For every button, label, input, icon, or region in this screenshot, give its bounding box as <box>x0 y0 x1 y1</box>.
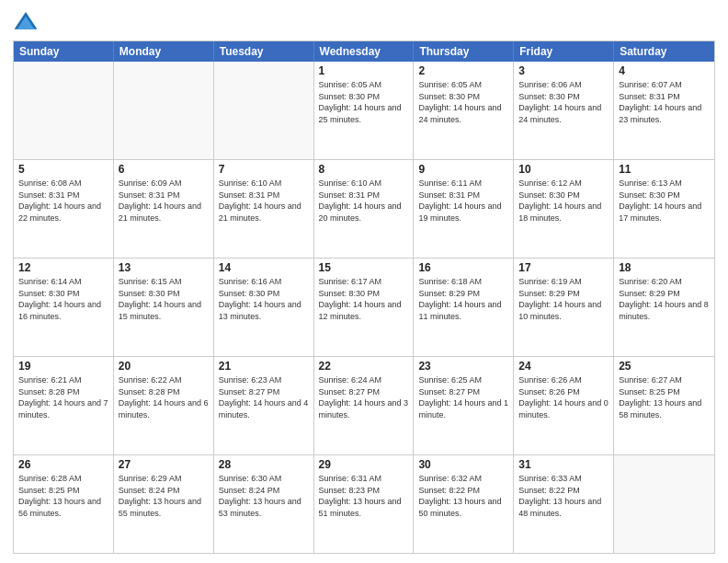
empty-cell <box>114 62 214 159</box>
cell-detail: Sunrise: 6:20 AM Sunset: 8:29 PM Dayligh… <box>619 276 710 322</box>
weekday-header: Tuesday <box>214 41 314 62</box>
weekday-header: Friday <box>514 41 614 62</box>
cell-detail: Sunrise: 6:31 AM Sunset: 8:23 PM Dayligh… <box>319 473 409 519</box>
day-number: 27 <box>119 458 209 471</box>
calendar-cell: 9Sunrise: 6:11 AM Sunset: 8:31 PM Daylig… <box>414 160 514 258</box>
calendar-cell: 11Sunrise: 6:13 AM Sunset: 8:30 PM Dayli… <box>614 160 714 258</box>
cell-detail: Sunrise: 6:05 AM Sunset: 8:30 PM Dayligh… <box>418 79 508 125</box>
cell-detail: Sunrise: 6:19 AM Sunset: 8:29 PM Dayligh… <box>518 276 609 322</box>
calendar-row: 26Sunrise: 6:28 AM Sunset: 8:25 PM Dayli… <box>14 454 714 553</box>
calendar-cell: 13Sunrise: 6:15 AM Sunset: 8:30 PM Dayli… <box>114 259 214 356</box>
day-number: 8 <box>319 163 409 176</box>
cell-detail: Sunrise: 6:33 AM Sunset: 8:22 PM Dayligh… <box>518 473 609 519</box>
calendar-cell: 4Sunrise: 6:07 AM Sunset: 8:31 PM Daylig… <box>614 62 714 159</box>
calendar-cell: 6Sunrise: 6:09 AM Sunset: 8:31 PM Daylig… <box>114 160 214 258</box>
cell-detail: Sunrise: 6:13 AM Sunset: 8:30 PM Dayligh… <box>619 178 710 224</box>
empty-cell <box>614 455 714 553</box>
day-number: 13 <box>119 261 209 274</box>
cell-detail: Sunrise: 6:23 AM Sunset: 8:27 PM Dayligh… <box>219 374 309 420</box>
cell-detail: Sunrise: 6:24 AM Sunset: 8:27 PM Dayligh… <box>319 374 409 420</box>
day-number: 5 <box>18 163 108 176</box>
calendar-cell: 1Sunrise: 6:05 AM Sunset: 8:30 PM Daylig… <box>314 62 415 159</box>
calendar-cell: 27Sunrise: 6:29 AM Sunset: 8:24 PM Dayli… <box>114 455 214 553</box>
weekday-header: Sunday <box>14 41 114 62</box>
calendar-cell: 23Sunrise: 6:25 AM Sunset: 8:27 PM Dayli… <box>414 357 514 454</box>
day-number: 20 <box>119 360 209 373</box>
cell-detail: Sunrise: 6:32 AM Sunset: 8:22 PM Dayligh… <box>418 473 508 519</box>
cell-detail: Sunrise: 6:15 AM Sunset: 8:30 PM Dayligh… <box>119 276 209 322</box>
calendar-row: 19Sunrise: 6:21 AM Sunset: 8:28 PM Dayli… <box>14 356 714 454</box>
day-number: 29 <box>319 458 409 471</box>
day-number: 19 <box>18 360 108 373</box>
header <box>13 9 715 35</box>
calendar-header: SundayMondayTuesdayWednesdayThursdayFrid… <box>14 41 714 62</box>
day-number: 3 <box>518 64 609 77</box>
day-number: 6 <box>119 163 209 176</box>
day-number: 30 <box>418 458 508 471</box>
day-number: 10 <box>518 163 609 176</box>
calendar-cell: 31Sunrise: 6:33 AM Sunset: 8:22 PM Dayli… <box>514 455 614 553</box>
day-number: 16 <box>418 261 508 274</box>
calendar-cell: 24Sunrise: 6:26 AM Sunset: 8:26 PM Dayli… <box>514 357 614 454</box>
page: SundayMondayTuesdayWednesdayThursdayFrid… <box>0 0 728 563</box>
calendar: SundayMondayTuesdayWednesdayThursdayFrid… <box>13 40 715 554</box>
cell-detail: Sunrise: 6:26 AM Sunset: 8:26 PM Dayligh… <box>518 374 609 420</box>
cell-detail: Sunrise: 6:18 AM Sunset: 8:29 PM Dayligh… <box>418 276 508 322</box>
day-number: 7 <box>219 163 309 176</box>
day-number: 24 <box>518 360 609 373</box>
cell-detail: Sunrise: 6:12 AM Sunset: 8:30 PM Dayligh… <box>518 178 609 224</box>
calendar-cell: 26Sunrise: 6:28 AM Sunset: 8:25 PM Dayli… <box>14 455 114 553</box>
day-number: 12 <box>18 261 108 274</box>
day-number: 11 <box>619 163 710 176</box>
day-number: 4 <box>619 64 710 77</box>
cell-detail: Sunrise: 6:28 AM Sunset: 8:25 PM Dayligh… <box>18 473 108 519</box>
cell-detail: Sunrise: 6:05 AM Sunset: 8:30 PM Dayligh… <box>319 79 409 125</box>
calendar-cell: 17Sunrise: 6:19 AM Sunset: 8:29 PM Dayli… <box>514 259 614 356</box>
empty-cell <box>14 62 114 159</box>
calendar-cell: 15Sunrise: 6:17 AM Sunset: 8:30 PM Dayli… <box>314 259 415 356</box>
cell-detail: Sunrise: 6:09 AM Sunset: 8:31 PM Dayligh… <box>119 178 209 224</box>
cell-detail: Sunrise: 6:10 AM Sunset: 8:31 PM Dayligh… <box>319 178 409 224</box>
empty-cell <box>214 62 314 159</box>
weekday-header: Saturday <box>614 41 714 62</box>
cell-detail: Sunrise: 6:30 AM Sunset: 8:24 PM Dayligh… <box>219 473 309 519</box>
calendar-cell: 12Sunrise: 6:14 AM Sunset: 8:30 PM Dayli… <box>14 259 114 356</box>
calendar-row: 1Sunrise: 6:05 AM Sunset: 8:30 PM Daylig… <box>14 62 714 159</box>
calendar-cell: 16Sunrise: 6:18 AM Sunset: 8:29 PM Dayli… <box>414 259 514 356</box>
cell-detail: Sunrise: 6:06 AM Sunset: 8:30 PM Dayligh… <box>518 79 609 125</box>
day-number: 2 <box>418 64 508 77</box>
day-number: 23 <box>418 360 508 373</box>
day-number: 25 <box>619 360 710 373</box>
calendar-cell: 2Sunrise: 6:05 AM Sunset: 8:30 PM Daylig… <box>414 62 514 159</box>
day-number: 28 <box>219 458 309 471</box>
cell-detail: Sunrise: 6:07 AM Sunset: 8:31 PM Dayligh… <box>619 79 710 125</box>
cell-detail: Sunrise: 6:17 AM Sunset: 8:30 PM Dayligh… <box>319 276 409 322</box>
calendar-cell: 19Sunrise: 6:21 AM Sunset: 8:28 PM Dayli… <box>14 357 114 454</box>
calendar-cell: 29Sunrise: 6:31 AM Sunset: 8:23 PM Dayli… <box>314 455 415 553</box>
calendar-row: 12Sunrise: 6:14 AM Sunset: 8:30 PM Dayli… <box>14 258 714 356</box>
day-number: 17 <box>518 261 609 274</box>
day-number: 21 <box>219 360 309 373</box>
calendar-body: 1Sunrise: 6:05 AM Sunset: 8:30 PM Daylig… <box>14 62 714 553</box>
calendar-cell: 20Sunrise: 6:22 AM Sunset: 8:28 PM Dayli… <box>114 357 214 454</box>
day-number: 22 <box>319 360 409 373</box>
day-number: 15 <box>319 261 409 274</box>
day-number: 31 <box>518 458 609 471</box>
calendar-row: 5Sunrise: 6:08 AM Sunset: 8:31 PM Daylig… <box>14 159 714 258</box>
calendar-cell: 5Sunrise: 6:08 AM Sunset: 8:31 PM Daylig… <box>14 160 114 258</box>
cell-detail: Sunrise: 6:21 AM Sunset: 8:28 PM Dayligh… <box>18 374 108 420</box>
day-number: 18 <box>619 261 710 274</box>
cell-detail: Sunrise: 6:29 AM Sunset: 8:24 PM Dayligh… <box>119 473 209 519</box>
cell-detail: Sunrise: 6:16 AM Sunset: 8:30 PM Dayligh… <box>219 276 309 322</box>
day-number: 1 <box>319 64 409 77</box>
calendar-cell: 28Sunrise: 6:30 AM Sunset: 8:24 PM Dayli… <box>214 455 314 553</box>
calendar-cell: 7Sunrise: 6:10 AM Sunset: 8:31 PM Daylig… <box>214 160 314 258</box>
cell-detail: Sunrise: 6:22 AM Sunset: 8:28 PM Dayligh… <box>119 374 209 420</box>
weekday-header: Monday <box>114 41 214 62</box>
day-number: 26 <box>18 458 108 471</box>
calendar-cell: 18Sunrise: 6:20 AM Sunset: 8:29 PM Dayli… <box>614 259 714 356</box>
calendar-cell: 30Sunrise: 6:32 AM Sunset: 8:22 PM Dayli… <box>414 455 514 553</box>
cell-detail: Sunrise: 6:25 AM Sunset: 8:27 PM Dayligh… <box>418 374 508 420</box>
calendar-cell: 8Sunrise: 6:10 AM Sunset: 8:31 PM Daylig… <box>314 160 415 258</box>
calendar-cell: 22Sunrise: 6:24 AM Sunset: 8:27 PM Dayli… <box>314 357 415 454</box>
